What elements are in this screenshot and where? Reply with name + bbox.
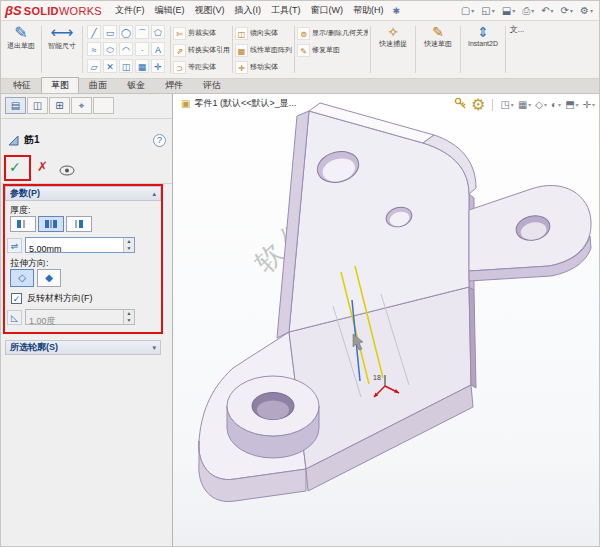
rebuild-icon[interactable]: ⟳▾ bbox=[559, 5, 575, 16]
feature-name: 筋1 bbox=[24, 133, 40, 147]
new-document-icon[interactable]: ▢▾ bbox=[459, 5, 476, 16]
help-icon[interactable]: ? bbox=[153, 134, 166, 147]
spin-up-icon[interactable]: ▲ bbox=[124, 238, 134, 245]
options-icon[interactable]: ⚙▾ bbox=[578, 5, 595, 16]
polygon-tool-icon[interactable]: ⬠ bbox=[151, 25, 165, 39]
direction-parallel-button[interactable]: ◇ bbox=[10, 269, 34, 287]
appearance-tab-icon[interactable] bbox=[93, 97, 114, 114]
save-icon[interactable]: ⬓▾ bbox=[500, 5, 517, 16]
quick-sketch-button[interactable]: ✎ 快速草图 bbox=[418, 23, 458, 76]
instant2d-button[interactable]: ⇕ Instant2D bbox=[463, 23, 503, 76]
tab-weldments[interactable]: 焊件 bbox=[155, 77, 193, 93]
menu-help[interactable]: 帮助(H) bbox=[348, 2, 389, 19]
menu-window[interactable]: 窗口(W) bbox=[305, 2, 348, 19]
trim-entities-button[interactable]: ✄ 剪裁实体 bbox=[173, 25, 230, 41]
hide-show-items-icon[interactable]: ◐▾ bbox=[551, 99, 561, 110]
solidworks-window: βS SOLID WORKS 文件(F) 编辑(E) 视图(V) 插入(I) 工… bbox=[0, 0, 600, 547]
parameters-header[interactable]: 参数(P) ▴ bbox=[5, 186, 161, 201]
tab-sheet-metal[interactable]: 钣金 bbox=[117, 77, 155, 93]
menu-pin-icon[interactable]: ✱ bbox=[388, 6, 404, 16]
zoom-fit-icon[interactable]: ◳▾ bbox=[500, 99, 513, 110]
point-tool-icon[interactable]: ∙ bbox=[135, 42, 149, 56]
menu-file[interactable]: 文件(F) bbox=[110, 2, 150, 19]
line-tool-icon[interactable]: ╱ bbox=[87, 25, 101, 39]
view-settings-icon[interactable]: ▦▾ bbox=[518, 99, 531, 110]
mirror-entities-icon: ◫ bbox=[235, 27, 248, 40]
flip-material-checkbox[interactable]: ✓ bbox=[11, 293, 22, 304]
rib-feature-icon bbox=[7, 134, 20, 147]
menu-bar: βS SOLID WORKS 文件(F) 编辑(E) 视图(V) 插入(I) 工… bbox=[1, 1, 599, 21]
slot-tool-icon[interactable]: ◠ bbox=[119, 42, 133, 56]
feature-tree-item[interactable]: ▣ 零件1 (默认<<默认>_显... bbox=[181, 97, 296, 110]
tab-evaluate[interactable]: 评估 bbox=[193, 77, 231, 93]
quick-snap-button[interactable]: ✧ 快速捕捉 bbox=[373, 23, 413, 76]
ribbon-overflow-button[interactable]: 文... bbox=[508, 23, 526, 76]
thickness-input[interactable]: 5.00mm ▲ ▼ bbox=[25, 237, 135, 253]
offset-entities-button[interactable]: ⊃ 等距实体 bbox=[173, 59, 230, 75]
menu-insert[interactable]: 插入(I) bbox=[229, 2, 266, 19]
spin-up-icon[interactable]: ▲ bbox=[124, 310, 134, 317]
draft-stepper[interactable]: ▲ ▼ bbox=[123, 310, 134, 324]
parallelogram-tool-icon[interactable]: ▱ bbox=[87, 59, 101, 73]
extrude-direction-options: ◇ ◆ bbox=[10, 269, 61, 287]
spin-down-icon[interactable]: ▼ bbox=[124, 245, 134, 252]
pattern-tool-icon[interactable]: ▦ bbox=[135, 59, 149, 73]
tab-features[interactable]: 特征 bbox=[3, 77, 41, 93]
graphics-viewport[interactable]: 软件自学网 WWW.RJZXW.COM bbox=[173, 94, 599, 546]
convert-entities-icon: ⇗ bbox=[173, 44, 186, 57]
configuration-tab-icon[interactable]: ◫ bbox=[27, 97, 48, 114]
print-icon[interactable]: ⎙▾ bbox=[520, 5, 536, 17]
thickness-first-side-button[interactable] bbox=[10, 216, 36, 232]
spline-tool-icon[interactable]: ≈ bbox=[87, 42, 101, 56]
property-manager-tab-icon[interactable]: ▤ bbox=[5, 97, 26, 114]
smart-dimension-button[interactable]: ⟷ 智能尺寸 bbox=[44, 23, 80, 76]
ellipse-tool-icon[interactable]: ⬭ bbox=[103, 42, 117, 56]
repair-sketch-button[interactable]: ✎ 修复草图 bbox=[297, 42, 368, 58]
dimxpert-tab-icon[interactable]: ⌖ bbox=[71, 97, 92, 114]
open-document-icon[interactable]: ◱▾ bbox=[479, 5, 496, 16]
part-model[interactable]: 18 bbox=[173, 94, 599, 546]
draft-angle-input[interactable]: 1.00度 ▲ ▼ bbox=[25, 309, 135, 325]
mirror-entities-button[interactable]: ◫ 镜向实体 bbox=[235, 25, 292, 41]
instant2d-icon: ⇕ bbox=[477, 24, 489, 40]
quick-access-toolbar: ▢▾ ◱▾ ⬓▾ ⎙▾ ↶▾ ⟳▾ ⚙▾ bbox=[459, 5, 595, 17]
menu-tools[interactable]: 工具(T) bbox=[266, 2, 306, 19]
circle-tool-icon[interactable]: ◯ bbox=[119, 25, 133, 39]
menu-view[interactable]: 视图(V) bbox=[189, 2, 229, 19]
display-relations-button[interactable]: ⊚ 显示/删除几何关系 bbox=[297, 25, 368, 41]
text-tool-icon[interactable]: A bbox=[151, 42, 165, 56]
display-manager-tab-icon[interactable]: ⊞ bbox=[49, 97, 70, 114]
thickness-second-side-button[interactable] bbox=[66, 216, 92, 232]
view-orientation-icon[interactable]: ✛▾ bbox=[583, 99, 595, 110]
thickness-both-sides-button[interactable] bbox=[38, 216, 64, 232]
selected-contours-header[interactable]: 所选轮廓(S) ▾ bbox=[5, 340, 161, 355]
move-entities-button[interactable]: ✛ 移动实体 bbox=[235, 59, 292, 75]
key-icon[interactable] bbox=[454, 96, 467, 114]
convert-entities-button[interactable]: ⇗ 转换实体引用 bbox=[173, 42, 230, 58]
direction-normal-button[interactable]: ◆ bbox=[37, 269, 61, 287]
cancel-button[interactable]: ✗ bbox=[37, 159, 48, 174]
preview-eye-icon[interactable] bbox=[59, 162, 75, 180]
move-tool-icon[interactable]: ✛ bbox=[151, 59, 165, 73]
rectangle-tool-icon[interactable]: ▭ bbox=[103, 25, 117, 39]
undo-icon[interactable]: ↶▾ bbox=[539, 5, 555, 16]
erase-tool-icon[interactable]: ✕ bbox=[103, 59, 117, 73]
menu-edit[interactable]: 编辑(E) bbox=[149, 2, 189, 19]
display-style-icon[interactable]: ◇▾ bbox=[535, 99, 547, 110]
exit-sketch-button[interactable]: ✎ 退出草图 bbox=[3, 23, 39, 76]
mirror-tool-icon[interactable]: ◫ bbox=[119, 59, 133, 73]
dimension-label: 18 bbox=[373, 374, 381, 381]
confirm-button[interactable]: ✓ bbox=[9, 159, 21, 175]
feature-header: 筋1 ? bbox=[7, 132, 166, 148]
tab-sketch[interactable]: 草图 bbox=[41, 77, 79, 93]
arc-tool-icon[interactable]: ⌒ bbox=[135, 25, 149, 39]
spin-down-icon[interactable]: ▼ bbox=[124, 317, 134, 324]
wrench-icon[interactable]: ⚙ bbox=[471, 95, 485, 114]
pattern-group: ◫ 镜向实体 ▦ 线性草图阵列 ✛ 移动实体 bbox=[235, 23, 292, 76]
entity-edit-group: ✄ 剪裁实体 ⇗ 转换实体引用 ⊃ 等距实体 bbox=[173, 23, 230, 76]
property-manager-panel: ▤ ◫ ⊞ ⌖ 筋1 ? ✓ ✗ 参数(P) ▴ 厚度: bbox=[1, 94, 173, 546]
thickness-stepper[interactable]: ▲ ▼ bbox=[123, 238, 134, 252]
linear-pattern-button[interactable]: ▦ 线性草图阵列 bbox=[235, 42, 292, 58]
tab-surfaces[interactable]: 曲面 bbox=[79, 77, 117, 93]
appearance-scene-icon[interactable]: ⬒▾ bbox=[565, 99, 578, 110]
